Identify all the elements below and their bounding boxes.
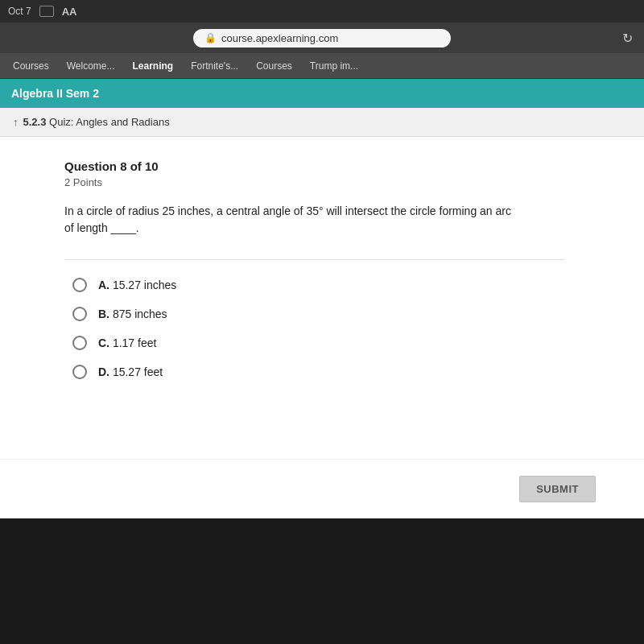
os-icons (39, 6, 54, 17)
divider (64, 259, 564, 260)
radio-b[interactable] (72, 307, 87, 321)
refresh-button[interactable]: ↻ (622, 31, 633, 46)
nav-tab-learning[interactable]: Learning (124, 56, 181, 76)
font-size-control[interactable]: AA (62, 6, 77, 18)
nav-tab-fortnite[interactable]: Fortnite's... (183, 56, 246, 76)
teal-header-bar: Algebra II Sem 2 (0, 79, 644, 108)
choice-a-text: 15.27 inches (113, 279, 176, 291)
bottom-dark (0, 518, 644, 644)
submit-button[interactable]: SUBMIT (519, 476, 596, 502)
radio-d[interactable] (72, 365, 87, 379)
choice-a-letter: A. (98, 279, 109, 291)
nav-tab-courses-1[interactable]: Courses (5, 56, 57, 76)
nav-tab-welcome[interactable]: Welcome... (59, 56, 123, 76)
choice-d-letter: D. (98, 365, 109, 378)
choice-c[interactable]: C. 1.17 feet (72, 336, 620, 350)
window-icon (39, 6, 54, 17)
choice-c-label: C. 1.17 feet (98, 336, 156, 349)
choice-b-label: B. 875 inches (98, 308, 167, 320)
choice-d-label: D. 15.27 feet (98, 365, 163, 378)
choice-c-letter: C. (98, 336, 109, 349)
radio-a[interactable] (72, 278, 87, 292)
quiz-label: Quiz: (49, 116, 73, 128)
page-wrapper: Oct 7 AA 🔒 course.apexlearning.com ↻ Cou… (0, 0, 644, 644)
breadcrumb-quiz-id: 5.2.3 Quiz: Angles and Radians (23, 116, 170, 128)
breadcrumb-icon: ↑ (13, 116, 19, 128)
question-header: Question 8 of 10 (64, 159, 620, 173)
os-date: Oct 7 (8, 6, 31, 17)
choice-c-text: 1.17 feet (113, 336, 157, 349)
choice-a[interactable]: A. 15.27 inches (72, 278, 620, 292)
choice-d-text: 15.27 feet (113, 365, 163, 378)
submit-area: SUBMIT (0, 459, 644, 518)
answer-choices: A. 15.27 inches B. 875 inches C. 1.17 fe… (64, 278, 620, 379)
quiz-id-bold: 5.2.3 (23, 116, 47, 128)
nav-tabs-bar: Courses Welcome... Learning Fortnite's..… (0, 53, 644, 79)
content-area: Question 8 of 10 2 Points In a circle of… (0, 137, 644, 459)
choice-d[interactable]: D. 15.27 feet (72, 365, 620, 379)
address-text: course.apexlearning.com (221, 32, 338, 44)
choice-b-letter: B. (98, 308, 109, 320)
quiz-title: Angles and Radians (76, 116, 169, 128)
address-bar[interactable]: 🔒 course.apexlearning.com (193, 29, 451, 47)
os-bar: Oct 7 AA (0, 0, 644, 23)
choice-b-text: 875 inches (113, 308, 167, 320)
lock-icon: 🔒 (204, 32, 217, 43)
choice-a-label: A. 15.27 inches (98, 279, 176, 291)
question-text: In a circle of radius 25 inches, a centr… (64, 203, 515, 237)
nav-tab-courses-2[interactable]: Courses (248, 56, 300, 76)
browser-chrome: 🔒 course.apexlearning.com ↻ (0, 23, 644, 53)
nav-tab-trump[interactable]: Trump im... (302, 56, 366, 76)
choice-b[interactable]: B. 875 inches (72, 307, 620, 321)
question-points: 2 Points (64, 176, 620, 188)
course-title: Algebra II Sem 2 (11, 87, 99, 100)
radio-c[interactable] (72, 336, 87, 350)
breadcrumb-bar: ↑ 5.2.3 Quiz: Angles and Radians (0, 108, 644, 137)
